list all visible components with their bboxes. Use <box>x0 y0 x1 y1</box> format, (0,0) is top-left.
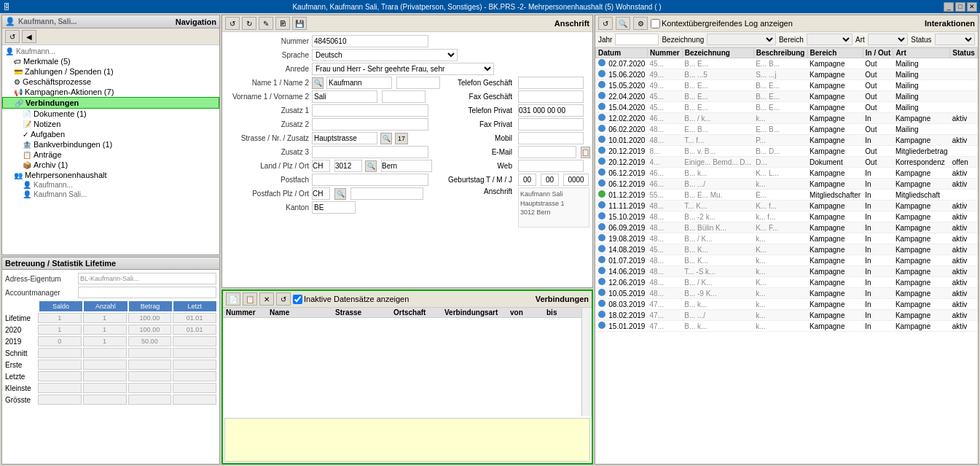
table-row[interactable]: 20.12.2019 4... Einige... Bemd... D... D… <box>596 157 978 168</box>
table-row[interactable]: 15.01.2019 47... B... k... k... Kampagne… <box>596 321 978 332</box>
conn-scrollbar[interactable] <box>581 308 592 416</box>
plz-input[interactable] <box>334 160 362 172</box>
strasse-search-button[interactable]: 🔍 <box>380 133 392 144</box>
land-input[interactable] <box>312 160 330 172</box>
fax-geschaeft-input[interactable] <box>518 90 584 103</box>
table-row[interactable]: 15.04.2020 45... B... E... B... E... Kam… <box>596 102 978 113</box>
log-checkbox[interactable] <box>651 19 660 28</box>
table-row[interactable]: 19.08.2019 48... B... / K... k... Kampag… <box>596 233 978 244</box>
table-row[interactable]: 01.07.2019 48... B... K... k... Kampagne… <box>596 255 978 266</box>
table-row[interactable]: 12.02.2020 46... B... / k... k... Kampag… <box>596 113 978 124</box>
sidebar-item-dokumente[interactable]: 📄 Dokumente (1) <box>2 109 219 119</box>
conn-new-button[interactable]: 📄 <box>226 292 240 306</box>
nummer-input[interactable] <box>312 35 428 47</box>
name-search-button[interactable]: 🔍 <box>312 77 324 89</box>
table-row[interactable]: 12.06.2019 48... B... / K... K... Kampag… <box>596 277 978 288</box>
sprache-select[interactable]: Deutsch <box>312 49 458 61</box>
sidebar-item-verbindungen[interactable]: 🔗 Verbindungen <box>2 97 219 109</box>
conn-copy-button[interactable]: 📋 <box>243 292 257 306</box>
inactive-checkbox[interactable] <box>293 295 302 304</box>
addr-save-button[interactable]: 💾 <box>292 17 307 30</box>
table-row[interactable]: 20.12.2019 8... B... v. B... B... D... K… <box>596 146 978 157</box>
table-row[interactable]: 02.07.2020 45... B... E... E... B... Kam… <box>596 58 978 69</box>
postfach-land-input[interactable] <box>312 187 330 200</box>
name1-input[interactable] <box>326 77 392 89</box>
sidebar-item-geschaeft[interactable]: ⚙ Geschäftsprozesse <box>2 77 219 87</box>
window-controls[interactable]: _ □ ✕ <box>944 2 977 12</box>
addr-edit-button[interactable]: ✎ <box>259 17 273 30</box>
addr-copy-button[interactable]: 🖹 <box>275 17 290 30</box>
sidebar-item-bankverbindungen[interactable]: 🏦 Bankverbindungen (1) <box>2 139 219 149</box>
table-row[interactable]: 14.08.2019 45... B... K... K... Kampagne… <box>596 244 978 255</box>
maximize-button[interactable]: □ <box>955 2 965 12</box>
int-search-button[interactable]: 🔍 <box>616 17 630 30</box>
sidebar-item-mehrpersonen[interactable]: 👥 Mehrpersonenhaushalt <box>2 170 219 180</box>
web-input[interactable] <box>518 160 584 172</box>
postfach-input[interactable] <box>312 174 428 186</box>
bereich-filter-select[interactable] <box>807 34 852 45</box>
int-refresh-button[interactable]: ↺ <box>598 17 613 30</box>
fax-privat-input[interactable] <box>518 118 584 131</box>
table-row[interactable]: 06.12.2019 46... B... .../ k... Kampagne… <box>596 179 978 190</box>
close-button[interactable]: ✕ <box>967 2 977 12</box>
table-row[interactable]: 01.12.2019 55... B... E... Mu. E... Mitg… <box>596 190 978 201</box>
table-row[interactable]: 06.09.2019 48... B... Bülin K... K... F.… <box>596 222 978 233</box>
strasse-num-button[interactable]: 17 <box>395 133 408 144</box>
name2-input[interactable] <box>396 77 440 89</box>
sidebar-item-merkmale[interactable]: 🏷 Merkmale (5) <box>2 56 219 66</box>
table-row[interactable]: 14.06.2019 48... T... -S k... k... Kampa… <box>596 266 978 277</box>
table-row[interactable]: 18.02.2019 47... B... .../ k... Kampagne… <box>596 310 978 321</box>
anrede-select[interactable]: Frau und Herr - Sehr geehrte Frau, sehr <box>312 63 494 75</box>
strasse-input[interactable] <box>312 132 377 144</box>
table-row[interactable]: 10.05.2019 48... B... -9 K... k... Kampa… <box>596 288 978 299</box>
sidebar-item-notizen[interactable]: 📝 Notizen <box>2 119 219 129</box>
geb-tag-input[interactable] <box>518 174 536 186</box>
sidebar-item-archiv[interactable]: 📦 Archiv (1) <box>2 160 219 170</box>
table-row[interactable]: 15.06.2020 49... B... ...5 S... ...j Kam… <box>596 69 978 80</box>
table-row[interactable]: 22.04.2020 45... B... E... B... E... Kam… <box>596 91 978 102</box>
sidebar-item-person1[interactable]: 👤 Kaufmann... <box>2 180 219 190</box>
zusatz3-input[interactable] <box>312 146 428 158</box>
table-row[interactable]: 06.12.2019 46... B... k... K... L... Kam… <box>596 168 978 179</box>
zusatz1-input[interactable] <box>312 104 428 117</box>
postfach-ort-input[interactable] <box>350 187 423 200</box>
mobil-input[interactable] <box>518 132 584 144</box>
table-row[interactable]: 08.03.2019 47... B... k... k... Kampagne… <box>596 299 978 310</box>
sidebar-item-person[interactable]: 👤 Kaufmann... <box>2 47 219 56</box>
vorname1-input[interactable] <box>312 90 377 103</box>
zusatz2-input[interactable] <box>312 118 428 131</box>
sidebar-item-antrage[interactable]: 📋 Anträge <box>2 149 219 160</box>
ort-input[interactable] <box>381 160 432 172</box>
table-row[interactable]: 10.01.2020 48... T... f... P... Kampagne… <box>596 135 978 146</box>
status-filter-select[interactable] <box>935 34 975 45</box>
table-row[interactable]: 06.02.2020 48... E... B... E... B... Kam… <box>596 124 978 135</box>
postfach-search-button[interactable]: 🔍 <box>334 188 346 200</box>
jahr-filter-input[interactable] <box>615 34 659 45</box>
nav-back-button[interactable]: ◀ <box>22 30 36 43</box>
conn-refresh-button[interactable]: ↺ <box>276 292 291 306</box>
plz-search-button[interactable]: 🔍 <box>365 160 377 172</box>
addr-back-button[interactable]: ↻ <box>242 17 256 30</box>
email-extra-button[interactable]: 📋 <box>581 147 590 158</box>
table-row[interactable]: 11.11.2019 48... T... K... K... f... Kam… <box>596 201 978 211</box>
nav-refresh-button[interactable]: ↺ <box>5 30 20 43</box>
art-filter-select[interactable] <box>868 34 908 45</box>
email-input[interactable] <box>518 146 576 158</box>
addr-refresh-button[interactable]: ↺ <box>225 17 240 30</box>
bezeichnung-filter-select[interactable] <box>707 34 776 45</box>
tel-privat-input[interactable] <box>518 104 584 117</box>
sidebar-item-zahlungen[interactable]: 💳 Zahlungen / Spenden (1) <box>2 66 219 77</box>
sidebar-item-aufgaben[interactable]: ✓ Aufgaben <box>2 129 219 139</box>
sidebar-item-kampagnen[interactable]: 📢 Kampagnen-Aktionen (7) <box>2 87 219 97</box>
conn-delete-button[interactable]: ✕ <box>259 292 274 306</box>
sidebar-item-person2[interactable]: 👤 Kaufmann Sali... <box>2 190 219 199</box>
kanton-input[interactable] <box>312 201 356 214</box>
geb-monat-input[interactable] <box>541 174 559 186</box>
vorname2-input[interactable] <box>382 90 426 103</box>
int-settings-button[interactable]: ⚙ <box>633 17 648 30</box>
table-row[interactable]: 15.05.2020 49... B... E... B... E... Kam… <box>596 80 978 91</box>
geb-jahr-input[interactable] <box>563 174 589 186</box>
minimize-button[interactable]: _ <box>944 2 954 12</box>
table-row[interactable]: 15.10.2019 48... B... -2 k... k... f... … <box>596 211 978 222</box>
tel-geschaeft-input[interactable] <box>518 77 584 89</box>
